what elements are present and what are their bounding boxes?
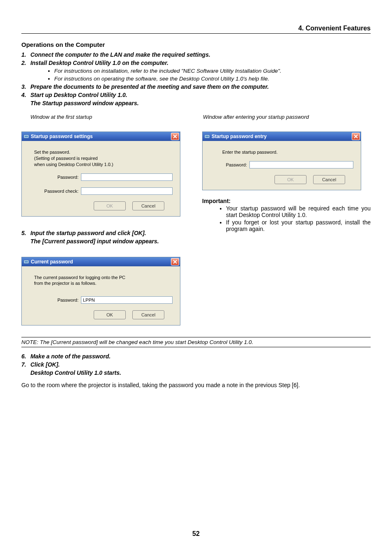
cancel-button[interactable]: Cancel: [132, 310, 164, 319]
dialog2-password-label: Password:: [218, 162, 249, 167]
step-4-num: 4.: [21, 92, 29, 98]
app-icon: [23, 134, 29, 139]
closing-paragraph: Go to the room where the projector is in…: [21, 382, 371, 388]
step-2-bullet-2: For instructions on operating the softwa…: [54, 76, 371, 82]
dialog1-password-label: Password:: [29, 175, 81, 180]
step-6-num: 6.: [21, 353, 29, 360]
dialog2-titlebar[interactable]: Startup password entry: [203, 132, 361, 141]
close-icon[interactable]: [171, 258, 179, 265]
current-password-dialog: Current password The current password fo…: [21, 257, 180, 326]
step-6: 6. Make a note of the password.: [21, 353, 371, 360]
dialog1-message: Set the password. (Setting of password i…: [34, 149, 173, 168]
dialog1-msg-line3: when using Desktop Control Utility 1.0.): [34, 162, 173, 168]
step-2-bullets: For instructions on installation, refer …: [38, 68, 371, 82]
note-current-password: NOTE: The [Current password] will be cha…: [21, 337, 371, 347]
step-4: 4. Start up Desktop Control Utility 1.0.: [21, 92, 371, 98]
step-7-text: Click [OK].: [30, 361, 60, 368]
step-3-num: 3.: [21, 83, 29, 90]
dialog3-message: The current password for logging onto th…: [34, 275, 173, 287]
close-icon[interactable]: [352, 133, 360, 140]
step-5-num: 5.: [21, 230, 29, 236]
caption-first-startup: Window at the first startup: [30, 114, 190, 120]
step-1-text: Connect the computer to the LAN and make…: [30, 51, 210, 58]
step-7-num: 7.: [21, 361, 29, 368]
step-3-text: Prepare the documents to be presented at…: [30, 83, 269, 90]
svg-rect-3: [25, 261, 28, 263]
step-3: 3. Prepare the documents to be presented…: [21, 83, 371, 90]
dialog3-msg-line1: The current password for logging onto th…: [34, 275, 173, 281]
ok-button[interactable]: OK: [94, 310, 126, 319]
caption-after-entry: Window after entering your startup passw…: [203, 114, 371, 120]
dialog1-password-input[interactable]: [81, 173, 173, 181]
section-header: 4. Convenient Features: [21, 25, 371, 34]
dialog1-passwordcheck-input[interactable]: [81, 187, 173, 195]
dialog3-password-input[interactable]: [81, 296, 173, 304]
dialog2-password-input[interactable]: [249, 161, 353, 169]
ops-heading: Operations on the Computer: [21, 41, 371, 48]
dialog1-msg-line2: (Setting of password is required: [34, 155, 173, 162]
app-icon: [204, 134, 210, 139]
important-heading: Important:: [202, 198, 371, 204]
close-icon[interactable]: [171, 133, 179, 140]
step-2: 2. Install Desktop Control Utility 1.0 o…: [21, 60, 371, 66]
step-5-note: The [Current password] input window appe…: [30, 238, 190, 245]
step-6-text: Make a note of the password.: [30, 353, 111, 360]
cancel-button[interactable]: Cancel: [313, 175, 345, 184]
dialog3-password-label: Password:: [29, 298, 81, 302]
important-item-2: If you forget or lost your startup passw…: [226, 219, 371, 232]
startup-password-entry-dialog: Startup password entry Enter the startup…: [202, 132, 361, 190]
dialog2-title: Startup password entry: [212, 134, 267, 139]
step-2-bullet-1: For instructions on installation, refer …: [54, 68, 371, 74]
important-list: Your startup password will be required e…: [210, 205, 371, 232]
step-1-num: 1.: [21, 51, 29, 58]
step-1: 1. Connect the computer to the LAN and m…: [21, 51, 371, 58]
svg-rect-5: [205, 136, 209, 137]
dialog2-message: Enter the startup password.: [222, 149, 353, 155]
step-7: 7. Click [OK].: [21, 361, 371, 368]
dialog1-passwordcheck-label: Password check:: [29, 189, 81, 194]
dialog1-msg-line1: Set the password.: [34, 149, 173, 155]
step-4-note: The Startup password window appears.: [30, 100, 371, 106]
dialog3-titlebar[interactable]: Current password: [22, 257, 180, 266]
startup-password-settings-dialog: Startup password settings Set the passwo…: [21, 132, 180, 217]
svg-rect-1: [25, 136, 28, 137]
dialog1-title: Startup password settings: [31, 134, 93, 139]
important-item-1: Your startup password will be required e…: [226, 205, 371, 218]
ok-button[interactable]: OK: [274, 175, 307, 184]
step-5: 5. Input the startup password and click …: [21, 230, 190, 236]
step-2-text: Install Desktop Control Utility 1.0 on t…: [30, 60, 168, 66]
dialog1-titlebar[interactable]: Startup password settings: [22, 132, 180, 141]
dialog3-msg-line2: from the projector is as follows.: [34, 280, 173, 286]
app-icon: [23, 259, 29, 265]
step-2-num: 2.: [21, 60, 29, 66]
step-7-note: Desktop Control Utility 1.0 starts.: [30, 369, 371, 376]
step-4-text: Start up Desktop Control Utility 1.0.: [30, 92, 127, 98]
step-5-text: Input the startup password and click [OK…: [30, 230, 146, 236]
cancel-button[interactable]: Cancel: [132, 201, 164, 210]
dialog3-title: Current password: [31, 259, 73, 265]
page-number: 52: [0, 530, 392, 538]
ok-button[interactable]: OK: [94, 201, 126, 210]
